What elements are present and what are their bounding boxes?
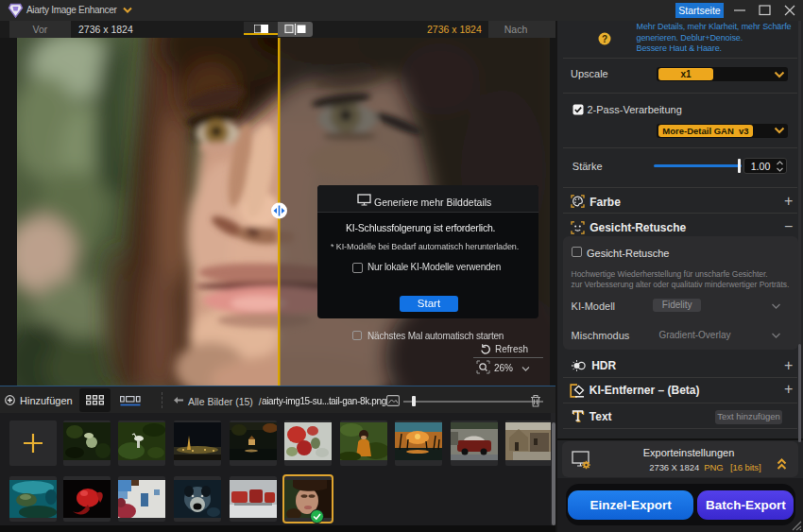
svg-text:?: ? bbox=[602, 34, 607, 44]
